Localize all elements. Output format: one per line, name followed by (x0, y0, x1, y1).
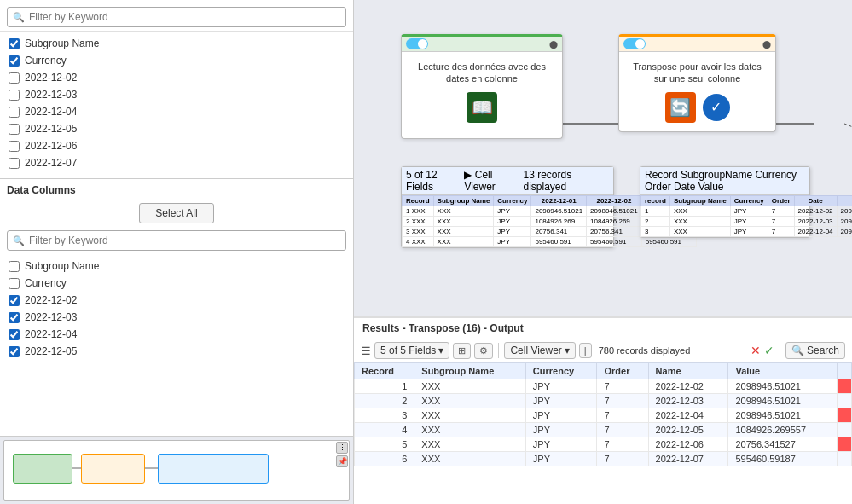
checkbox-item-date3-bot[interactable]: 2022-12-04 (7, 326, 346, 343)
checkbox-date3-top[interactable] (9, 107, 20, 118)
table-cell: 7 (597, 379, 648, 394)
mtr-th5: Date (794, 196, 837, 206)
table-cell: XXX (414, 423, 526, 437)
node-transpose: ⬤ Transpose pour avoir les dates sur une… (618, 34, 776, 132)
checkbox-subgroup-top[interactable] (9, 38, 20, 49)
checkbox-date3-bot[interactable] (9, 329, 20, 340)
checkbox-currency-bot[interactable] (9, 278, 20, 289)
mini-table-row: 4 XXX XXX JPY 595460.591 595460.591 5954… (403, 237, 697, 247)
bottom-search-input[interactable] (29, 235, 340, 246)
checkbox-item-date4-top[interactable]: 2022-12-05 (7, 120, 346, 137)
node-lecture-title: Lecture des données avec des dates en co… (409, 61, 555, 85)
checkbox-item-date1-top[interactable]: 2022-12-02 (7, 69, 346, 86)
minimap-pin-btn[interactable]: 📌 (336, 455, 348, 467)
checkbox-item-date2-bot[interactable]: 2022-12-03 (7, 309, 346, 326)
accept-results-button[interactable]: ✓ (764, 344, 774, 357)
table-icon-btn[interactable]: ⊞ (453, 343, 471, 359)
checkbox-item-currency-top[interactable]: Currency (7, 52, 346, 69)
mtr-o3: 7 (768, 227, 794, 237)
search-label: Search (807, 345, 839, 356)
node-transpose-toggle[interactable] (623, 38, 646, 49)
table-cell: 2022-12-05 (648, 423, 728, 437)
main-area: ⬤ Lecture des données avec des dates en … (354, 0, 852, 504)
th-value: Value (728, 363, 838, 379)
mini-node-viewer: ▶ Cell Viewer (464, 169, 520, 193)
minimap-controls: ⋮ 📌 (336, 442, 348, 467)
checkbox-label-date6-top: 2022-12-07 (25, 157, 77, 169)
checkbox-item-date3-top[interactable]: 2022-12-04 (7, 103, 346, 120)
results-title: Results - Transpose (16) - Output (362, 322, 524, 334)
th-currency: Currency (525, 363, 597, 379)
node-lecture-toggle[interactable] (406, 38, 428, 49)
table-cell: 2022-12-02 (648, 379, 728, 394)
cell-viewer-dropdown[interactable]: Cell Viewer ▾ (504, 342, 575, 359)
th-subgroup: Subgroup Name (414, 363, 526, 379)
mini-td-rec4: 4 XXX (403, 237, 434, 247)
top-search-input[interactable] (29, 11, 340, 23)
mini-td-v22: 1084926.269 (587, 217, 642, 227)
mini-td-v13: 20756.341 (531, 227, 587, 237)
top-checkbox-list: Subgroup Name Currency 2022-12-02 2022-1… (0, 32, 353, 175)
row-indicator (838, 408, 852, 423)
mtr-d2: 2022-12-03 (794, 217, 837, 227)
mini-td-sg2: XXX (433, 217, 494, 227)
checkbox-item-currency-bot[interactable]: Currency (7, 275, 346, 292)
table-cell: JPY (525, 423, 597, 437)
node-lecture-body: Lecture des données avec des dates en co… (402, 52, 562, 138)
mtr-r2: 2 (641, 217, 670, 227)
checkbox-date2-bot[interactable] (9, 312, 20, 323)
checkbox-date5-top[interactable] (9, 141, 20, 152)
table-cell: XXX (414, 452, 526, 466)
mini-td-sg4: XXX (433, 237, 494, 247)
checkbox-date4-bot[interactable] (9, 346, 20, 357)
close-results-button[interactable]: ✕ (751, 344, 761, 357)
settings-icon-btn[interactable]: ⚙ (474, 343, 493, 359)
mtr-sg2: XXX (669, 217, 730, 227)
pipe-icon-btn[interactable]: | (579, 343, 592, 358)
node-transpose-title: Transpose pour avoir les dates sur une s… (626, 61, 768, 85)
select-all-button[interactable]: Select All (139, 203, 213, 223)
checkbox-label-currency-bot: Currency (25, 277, 67, 289)
checkbox-date1-top[interactable] (9, 72, 20, 84)
node-transpose-options: ⬤ (762, 40, 771, 49)
bottom-checkbox-list: Subgroup Name Currency 2022-12-02 2022-1… (0, 254, 353, 436)
checkbox-label-date4-top: 2022-12-05 (25, 123, 77, 135)
checkbox-date4-top[interactable] (9, 124, 20, 135)
bottom-search-box[interactable]: 🔍 (7, 230, 346, 251)
table-cell: 7 (597, 394, 648, 408)
row-indicator (838, 394, 852, 408)
search-results-button[interactable]: 🔍 Search (785, 342, 845, 359)
minimap-dots-btn[interactable]: ⋮ (336, 442, 348, 454)
top-search-box[interactable]: 🔍 (7, 7, 346, 27)
checkbox-currency-top[interactable] (9, 55, 20, 67)
mini-transpose-title: Record SubgroupName Currency Order Date … (645, 169, 805, 193)
checkbox-item-date1-bot[interactable]: 2022-12-02 (7, 292, 346, 309)
mini-td-rec3: 3 XXX (403, 227, 434, 237)
table-cell: 7 (597, 408, 648, 423)
mini-td-cur2: JPY (494, 217, 531, 227)
checkbox-date6-top[interactable] (9, 158, 20, 169)
checkbox-date1-bot[interactable] (9, 295, 20, 306)
checkbox-subgroup-bot[interactable] (9, 261, 20, 272)
table-cell: 7 (597, 437, 648, 452)
mtr-d3: 2022-12-04 (794, 227, 837, 237)
fields-dropdown[interactable]: 5 of 5 Fields ▾ (374, 342, 449, 359)
checkbox-item-date6-top[interactable]: 2022-12-07 (7, 154, 346, 171)
mtr-c1: JPY (730, 206, 768, 217)
node-check-icon: ✓ (703, 94, 730, 121)
checkbox-item-subgroup-top[interactable]: Subgroup Name (7, 35, 346, 52)
checkbox-item-date5-top[interactable]: 2022-12-06 (7, 137, 346, 154)
node-lecture-header: ⬤ (402, 37, 562, 52)
mtr-row: 1 XXX JPY 7 2022-12-02 2098946.51021 (641, 206, 853, 217)
table-cell: JPY (525, 408, 597, 423)
row-indicator (838, 379, 852, 394)
table-cell: JPY (525, 437, 597, 452)
table-cell: 7 (597, 423, 648, 437)
checkbox-date2-top[interactable] (9, 90, 20, 101)
checkbox-item-subgroup-bot[interactable]: Subgroup Name (7, 258, 346, 275)
mtr-th2: Subgroup Name (669, 196, 730, 206)
checkbox-item-date4-bot[interactable]: 2022-12-05 (7, 343, 346, 360)
checkbox-item-date2-top[interactable]: 2022-12-03 (7, 86, 346, 103)
mini-td-cur: JPY (494, 206, 531, 217)
node-transpose-body: Transpose pour avoir les dates sur une s… (619, 52, 775, 131)
